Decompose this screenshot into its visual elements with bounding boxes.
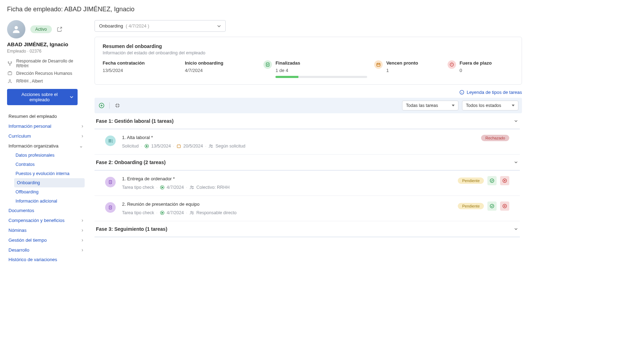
hire-date-value: 13/5/2024: [103, 68, 178, 73]
svg-point-5: [9, 79, 11, 81]
task-type-icon: [105, 202, 116, 213]
external-link-icon[interactable]: [57, 26, 62, 32]
employee-role-id: Empleado · 02376: [7, 49, 85, 54]
play-icon: [160, 185, 165, 190]
people-icon: [208, 144, 213, 149]
onboarding-selector[interactable]: Onboarding ( 4/7/2024 ): [95, 20, 226, 32]
chevron-down-icon: [514, 160, 518, 165]
nav-datos-prof[interactable]: Datos profesionales: [14, 151, 85, 160]
svg-rect-12: [177, 145, 180, 148]
chevron-right-icon: ›: [81, 247, 83, 253]
people-icon: [189, 210, 194, 215]
overdue-label: Fuera de plazo: [460, 60, 492, 66]
chevron-right-icon: ›: [81, 227, 83, 233]
chevron-down-icon: ⌄: [79, 143, 83, 149]
completed-value: 1 de 4: [275, 68, 367, 73]
svg-point-1: [8, 62, 9, 63]
task-title: 1. Entrega de ordenador *: [122, 176, 451, 181]
svg-point-13: [209, 145, 211, 146]
svg-point-3: [10, 65, 11, 66]
task-type-icon: [105, 136, 116, 146]
employee-name: ABAD JIMÉNEZ, Ignacio: [7, 41, 85, 47]
nav-onboarding[interactable]: Onboarding: [14, 178, 85, 187]
nav-nominas[interactable]: Nóminas›: [7, 225, 85, 235]
completed-icon: [263, 60, 272, 69]
nav-puestos[interactable]: Puestos y evolución interna: [14, 169, 85, 178]
meta-manager: RRHH , Albert: [7, 78, 85, 84]
nav-contratos[interactable]: Contratos: [14, 160, 85, 169]
nav-desarrollo[interactable]: Desarrollo›: [7, 245, 85, 255]
status-pill: Rechazado: [481, 135, 509, 141]
overdue-icon: [448, 60, 456, 69]
legend-link[interactable]: Leyenda de tipos de tareas: [95, 90, 522, 95]
meta-position: Responsable de Desarrollo de RRHH: [7, 59, 85, 68]
completed-label: Finalizadas: [275, 60, 367, 66]
nav-curriculum[interactable]: Currículum›: [7, 131, 85, 141]
chevron-right-icon: ›: [81, 217, 83, 223]
svg-rect-15: [109, 180, 112, 183]
task-title: 1. Alta laboral *: [122, 135, 475, 140]
status-badge: Activo: [30, 25, 52, 33]
chevron-right-icon: ›: [81, 237, 83, 243]
reject-button[interactable]: [500, 201, 509, 211]
nav-resumen[interactable]: Resumen del empleado: [7, 112, 85, 121]
svg-point-2: [11, 62, 12, 63]
main-content: Onboarding ( 4/7/2024 ) Resumen del onbo…: [95, 20, 522, 264]
phase-1-header[interactable]: Fase 1: Gestión laboral (1 tareas): [95, 113, 520, 129]
summary-title: Resumen del onboarding: [103, 43, 514, 49]
approve-button[interactable]: [487, 176, 497, 185]
info-icon: [459, 90, 464, 95]
svg-point-23: [190, 211, 192, 213]
due-soon-label: Vencen pronto: [386, 60, 418, 66]
reject-button[interactable]: [500, 176, 509, 185]
chevron-down-icon: [514, 227, 518, 231]
chevron-right-icon: ›: [81, 123, 83, 129]
start-label: Inicio onboarding: [185, 60, 256, 66]
phase-2-header[interactable]: Fase 2: Onboarding (2 tareas): [95, 155, 520, 170]
phase-3-header[interactable]: Fase 3: Seguimiento (1 tareas): [95, 221, 520, 237]
approve-button[interactable]: [487, 201, 497, 211]
task-row[interactable]: 1. Alta laboral * Solicitud· 13/5/2024· …: [95, 129, 520, 155]
svg-point-14: [212, 145, 212, 146]
divider: [109, 102, 110, 109]
people-icon: [189, 185, 194, 190]
nav-historico[interactable]: Histórico de variaciones: [7, 255, 85, 264]
svg-rect-21: [109, 206, 112, 209]
status-pill: Pendiente: [458, 203, 484, 209]
collapse-button[interactable]: [114, 102, 121, 109]
task-row[interactable]: 2. Reunión de presentación de equipo Tar…: [95, 196, 520, 221]
filter-tasks[interactable]: Todas las tareas: [402, 101, 458, 110]
calendar-icon: [176, 144, 181, 149]
actions-button[interactable]: Acciones sobre el empleado: [7, 89, 78, 105]
due-soon-icon: [374, 60, 383, 69]
chevron-down-icon: [70, 95, 73, 99]
summary-subtitle: Información del estado del onboarding de…: [103, 50, 514, 55]
toolbar: Todas las tareas Todos los estados: [95, 98, 522, 113]
task-type-icon: [105, 177, 116, 187]
task-title: 2. Reunión de presentación de equipo: [122, 201, 451, 207]
svg-point-18: [192, 186, 193, 187]
add-button[interactable]: [98, 102, 105, 109]
chevron-right-icon: ›: [81, 133, 83, 139]
svg-rect-4: [8, 72, 12, 75]
svg-point-17: [190, 186, 192, 187]
nav-comp-ben[interactable]: Compensación y beneficios›: [7, 215, 85, 225]
avatar: [7, 20, 25, 38]
filter-states[interactable]: Todos los estados: [462, 101, 518, 110]
svg-point-24: [192, 212, 193, 212]
due-soon-value: 1: [386, 68, 418, 73]
nav-info-adicional[interactable]: Información adicional: [14, 197, 85, 206]
play-icon: [160, 210, 165, 215]
nav-info-org[interactable]: Información organizativa⌄: [7, 141, 85, 151]
page-title: Ficha de empleado: ABAD JIMÉNEZ, Ignacio: [7, 6, 522, 13]
task-row[interactable]: 1. Entrega de ordenador * Tarea tipo che…: [95, 170, 520, 196]
nav-documentos[interactable]: Documentos: [7, 206, 85, 215]
chevron-down-icon: [514, 119, 518, 124]
nav-offboarding[interactable]: Offboarding: [14, 187, 85, 197]
nav-info-personal[interactable]: Información personal›: [7, 121, 85, 131]
sidebar: Activo ABAD JIMÉNEZ, Ignacio Empleado · …: [7, 20, 85, 264]
nav-gestion-tiempo[interactable]: Gestión del tiempo›: [7, 235, 85, 245]
progress-bar: [275, 76, 367, 78]
summary-card: Resumen del onboarding Información del e…: [95, 37, 522, 85]
meta-department: Dirección Recursos Humanos: [7, 71, 85, 76]
